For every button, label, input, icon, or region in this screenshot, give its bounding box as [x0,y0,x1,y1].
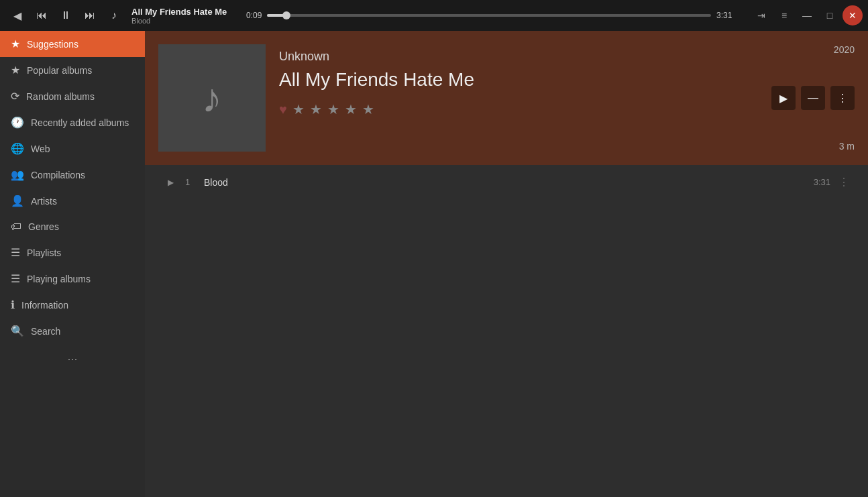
album-art: ♪ [158,44,266,152]
album-controls: ▶ — ⋮ [771,86,855,110]
sidebar-label-web: Web [31,144,50,154]
menu-icon: ≡ [781,10,787,21]
music-icon: ♪ [111,9,117,21]
prev-button[interactable]: ⏮ [30,3,54,27]
minimize-button[interactable]: — [797,5,817,25]
topbar: ◀ ⏮ ⏸ ⏭ ♪ All My Friends Hate Me Blood 0… [0,0,868,31]
sidebar-item-search[interactable]: 🔍Search [0,318,145,344]
back-icon: ◀ [13,9,21,22]
sidebar-label-popular-albums: Popular albums [27,65,92,76]
music-button[interactable]: ♪ [102,3,126,27]
track-more-button[interactable]: ⋮ [838,176,849,188]
sidebar-label-suggestions: Suggestions [27,39,78,50]
sidebar-label-recently-added: Recently added albums [31,117,129,128]
sidebar-label-random-albums: Random albums [26,91,95,102]
star-4[interactable]: ★ [345,101,357,117]
sidebar-item-random-albums[interactable]: ⟳Random albums [0,83,145,109]
close-button[interactable]: ✕ [843,5,863,25]
progress-bar[interactable] [267,14,711,17]
album-artist: Unknown [279,50,855,64]
album-play-button[interactable]: ▶ [771,86,796,110]
current-time: 0:09 [237,11,262,20]
recently-added-icon: 🕐 [11,116,24,129]
maximize-icon: □ [827,10,832,21]
progress-area: 0:09 3:31 [237,11,741,20]
queue-button[interactable]: ⇥ [751,5,771,25]
next-icon: ⏭ [85,9,95,21]
sidebar-label-artists: Artists [31,196,57,207]
sidebar-item-popular-albums[interactable]: ★Popular albums [0,57,145,83]
sidebar-label-playlists: Playlists [27,247,61,258]
track-row[interactable]: ▶ 1 Blood 3:31 ⋮ [150,170,863,194]
prev-icon: ⏮ [36,9,47,21]
favorite-button[interactable]: ♥ [279,102,287,117]
sidebar-item-playing-albums[interactable]: ☰Playing albums [0,266,145,292]
album-more-button[interactable]: ⋮ [830,86,855,110]
sidebar-item-compilations[interactable]: 👥Compilations [0,162,145,188]
suggestions-icon: ★ [11,38,20,50]
sidebar-item-playlists[interactable]: ☰Playlists [0,239,145,266]
menu-button[interactable]: ≡ [774,5,794,25]
track-title: All My Friends Hate Me [131,7,227,17]
sidebar-label-search: Search [31,326,60,337]
close-icon: ✕ [849,10,857,21]
album-actions: ♥ ★ ★ ★ ★ ★ [279,101,855,117]
album-duration: 3 m [839,141,855,152]
album-meta: Unknown All My Friends Hate Me ♥ ★ ★ ★ ★… [279,44,855,117]
album-title: All My Friends Hate Me [279,69,855,91]
playlists-icon: ☰ [11,246,20,259]
information-icon: ℹ [11,298,15,311]
content: ♪ Unknown All My Friends Hate Me ♥ ★ ★ ★… [145,31,868,497]
web-icon: 🌐 [11,142,24,155]
track-list: ▶ 1 Blood 3:31 ⋮ [145,165,868,199]
sidebar-more-button[interactable]: ... [0,344,145,369]
sidebar-label-information: Information [21,300,68,311]
playing-albums-icon: ☰ [11,272,20,285]
album-header: ♪ Unknown All My Friends Hate Me ♥ ★ ★ ★… [145,31,868,165]
album-art-icon: ♪ [202,75,222,121]
total-time: 3:31 [716,11,741,20]
sidebar-item-genres[interactable]: 🏷Genres [0,214,145,239]
sidebar-label-playing-albums: Playing albums [27,274,91,284]
star-3[interactable]: ★ [327,101,339,117]
minimize-icon: — [802,10,812,21]
album-minus-button[interactable]: — [801,86,825,110]
star-2[interactable]: ★ [310,101,322,117]
sidebar-label-compilations: Compilations [31,170,85,180]
genres-icon: 🏷 [11,221,21,233]
progress-thumb [282,11,290,19]
track-info: All My Friends Hate Me Blood [131,7,227,25]
sidebar-item-web[interactable]: 🌐Web [0,135,145,162]
sidebar-label-genres: Genres [28,221,59,232]
random-albums-icon: ⟳ [11,90,19,103]
album-year: 2020 [834,44,855,55]
track-subtitle: Blood [131,17,227,25]
search-icon: 🔍 [11,325,24,337]
popular-albums-icon: ★ [11,64,20,76]
sidebar-item-artists[interactable]: 👤Artists [0,188,145,214]
window-controls: ⇥ ≡ — □ ✕ [751,5,863,25]
queue-icon: ⇥ [757,10,765,21]
maximize-button[interactable]: □ [820,5,840,25]
star-1[interactable]: ★ [292,101,305,117]
sidebar-item-information[interactable]: ℹInformation [0,292,145,318]
track-duration: 3:31 [814,177,830,187]
artists-icon: 👤 [11,195,24,207]
main: ★Suggestions★Popular albums⟳Random album… [0,31,868,497]
track-play-button[interactable]: ▶ [164,178,177,187]
pause-icon: ⏸ [60,9,71,21]
track-number: 1 [185,177,196,187]
star-5[interactable]: ★ [362,101,374,117]
compilations-icon: 👥 [11,168,24,181]
back-button[interactable]: ◀ [5,3,30,27]
sidebar: ★Suggestions★Popular albums⟳Random album… [0,31,145,497]
sidebar-item-recently-added[interactable]: 🕐Recently added albums [0,109,145,135]
track-title: Blood [204,177,806,188]
sidebar-item-suggestions[interactable]: ★Suggestions [0,31,145,57]
next-button[interactable]: ⏭ [78,3,102,27]
pause-button[interactable]: ⏸ [54,3,78,27]
